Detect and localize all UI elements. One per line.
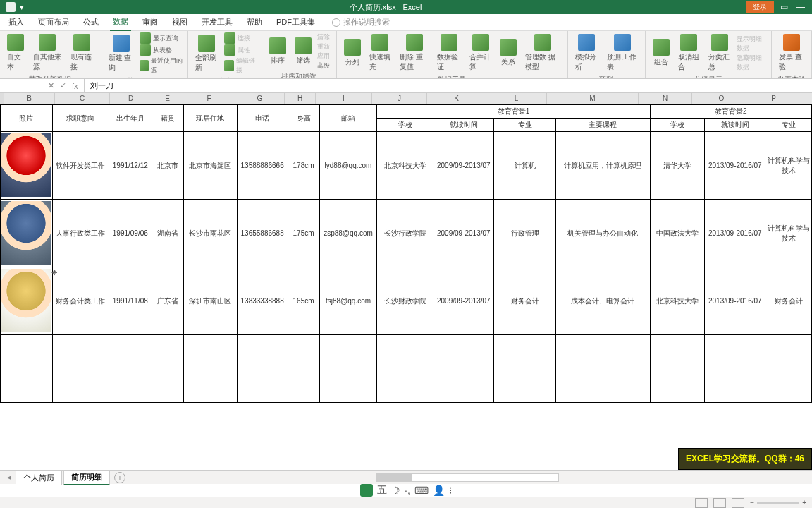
tab-pdf-tools[interactable]: PDF工具集 (273, 14, 318, 30)
data-model-button[interactable]: 管理数 据模型 (522, 32, 562, 73)
invoice-check-button[interactable]: 发票 查验 (776, 32, 807, 73)
cell-e1-courses[interactable]: 计算机应用，计算机原理 (556, 132, 650, 200)
th-height[interactable]: 身高 (288, 105, 319, 132)
cell-e2-major[interactable]: 财务会计 (765, 267, 812, 335)
cell-e2-school[interactable]: 中国政法大学 (650, 200, 705, 267)
tab-insert[interactable]: 插入 (6, 14, 27, 30)
th-photo[interactable]: 照片 (1, 105, 53, 132)
cell-e1-major[interactable]: 计算机 (494, 132, 556, 200)
login-button[interactable]: 登录 (746, 1, 774, 13)
col-header[interactable]: P (751, 93, 796, 104)
cell-birth[interactable]: 1991/12/12 (109, 132, 152, 200)
existing-conn-button[interactable]: 现有连接 (68, 32, 97, 73)
col-header[interactable]: C (55, 93, 110, 104)
cell-e2-period[interactable]: 2013/09-2016/07 (705, 132, 765, 200)
cell-birth[interactable]: 1991/11/08 (109, 267, 152, 335)
th-major[interactable]: 专业 (494, 119, 556, 132)
cancel-icon[interactable]: ✕ (48, 81, 54, 90)
advanced-button[interactable]: 高级 (317, 61, 332, 71)
table-row[interactable]: 人事行政类工作 1991/09/06 湖南省 长沙市雨花区 1365588668… (1, 200, 812, 267)
tab-help[interactable]: 帮助 (244, 14, 265, 30)
cell-addr[interactable]: 北京市海淀区 (184, 132, 238, 200)
formula-input[interactable]: 刘一刀 (85, 80, 812, 91)
th-email[interactable]: 邮箱 (319, 105, 377, 132)
table-row[interactable]: 软件开发类工作 1991/12/12 北京市 北京市海淀区 1358888666… (1, 132, 812, 200)
th-edu1[interactable]: 教育背景1 (377, 105, 650, 119)
show-queries-button[interactable]: 显示查询 (140, 32, 183, 44)
new-query-button[interactable]: 新建 查询 (106, 33, 137, 74)
cell-e1-period[interactable]: 2009/09-2013/07 (433, 200, 494, 267)
normal-view-icon[interactable] (695, 498, 708, 508)
cell-job[interactable]: 软件开发类工作 (52, 132, 109, 200)
recent-sources-button[interactable]: 最近使用的源 (140, 56, 183, 75)
th-edu2[interactable]: 教育背景2 (650, 105, 812, 119)
th-period[interactable]: 就读时间 (433, 119, 494, 132)
col-header[interactable]: F (183, 93, 235, 104)
cell-photo[interactable] (1, 200, 53, 267)
tab-formulas[interactable]: 公式 (80, 14, 102, 30)
sort-button[interactable]: 排序 (266, 36, 289, 67)
col-header[interactable]: H (285, 93, 316, 104)
cell-e1-courses[interactable]: 成本会计、电算会计 (556, 267, 650, 335)
th-addr[interactable]: 现居住地 (184, 105, 238, 132)
col-header[interactable]: O (692, 93, 751, 104)
cell-job[interactable]: 人事行政类工作 (52, 200, 109, 267)
cell-height[interactable]: 175cm (288, 200, 319, 267)
th-job[interactable]: 求职意向 (52, 105, 109, 132)
cell-e1-courses[interactable]: 机关管理与办公自动化 (556, 200, 650, 267)
zoom-in-button[interactable]: + (802, 499, 806, 507)
cell-e1-period[interactable]: 2009/09-2013/07 (433, 132, 494, 200)
add-sheet-button[interactable]: + (114, 472, 125, 483)
zoom-slider[interactable] (757, 502, 799, 504)
col-header[interactable]: D (110, 93, 152, 104)
cell-addr[interactable]: 长沙市雨花区 (184, 200, 238, 267)
cell-email[interactable]: lyd88@qq.com (319, 132, 377, 200)
tab-developer[interactable]: 开发工具 (199, 14, 235, 30)
cell-job[interactable]: 财务会计类工作 (52, 267, 109, 335)
cell-e2-major[interactable]: 计算机科学与技术 (765, 132, 812, 200)
th-major2[interactable]: 专业 (765, 119, 812, 132)
cell-birth[interactable]: 1991/09/06 (109, 200, 152, 267)
th-period2[interactable]: 就读时间 (705, 119, 765, 132)
cell-email[interactable]: zsp88@qq.com (319, 200, 377, 267)
tab-view[interactable]: 视图 (169, 14, 190, 30)
remove-dup-button[interactable]: 删除 重复值 (397, 32, 431, 73)
cell-photo[interactable] (1, 267, 53, 335)
tab-review[interactable]: 审阅 (140, 14, 161, 30)
text-to-columns-button[interactable]: 分列 (341, 37, 364, 68)
table-row[interactable] (1, 335, 812, 403)
cell-origin[interactable]: 广东省 (152, 267, 184, 335)
tab-data[interactable]: 数据 (110, 13, 131, 31)
whatif-button[interactable]: 模拟分析 (572, 32, 601, 73)
data-validation-button[interactable]: 数据验 证 (434, 32, 464, 73)
from-table-button[interactable]: 从表格 (140, 44, 183, 56)
cell-email[interactable]: tsj88@qq.com (319, 267, 377, 335)
qat-dropdown-icon[interactable]: ▾ (20, 3, 24, 12)
horizontal-scrollbar[interactable] (127, 473, 808, 482)
th-phone[interactable]: 电话 (237, 105, 288, 132)
th-school2[interactable]: 学校 (650, 119, 705, 132)
relationships-button[interactable]: 关系 (497, 37, 519, 68)
ime-crescent-icon[interactable]: ☽ (391, 485, 400, 496)
col-header[interactable]: J (372, 93, 427, 104)
data-table[interactable]: 照片 求职意向 出生年月 籍贯 现居住地 电话 身高 邮箱 教育背景1 教育背景… (0, 104, 812, 403)
cell-e2-school[interactable]: 清华大学 (650, 132, 705, 200)
th-courses[interactable]: 主要课程 (556, 119, 650, 132)
cell-photo[interactable] (1, 132, 53, 200)
cell-e1-major[interactable]: 行政管理 (494, 200, 556, 267)
cell-e2-period[interactable]: 2013/09-2016/07 (705, 200, 765, 267)
cell-origin[interactable]: 北京市 (152, 132, 184, 200)
page-layout-view-icon[interactable] (713, 498, 726, 508)
cell-phone[interactable]: 13833338888 (237, 267, 288, 335)
ungroup-button[interactable]: 取消组合 (675, 32, 703, 73)
col-header[interactable]: G (235, 93, 285, 104)
cell-e1-major[interactable]: 财务会计 (494, 267, 556, 335)
fx-icon[interactable]: fx (72, 82, 78, 90)
col-header[interactable]: I (316, 93, 372, 104)
group-button[interactable]: 组合 (650, 37, 672, 68)
th-birth[interactable]: 出生年月 (109, 105, 152, 132)
col-header[interactable]: K (427, 93, 486, 104)
cell-e1-school[interactable]: 北京科技大学 (377, 132, 433, 200)
ime-logo-icon[interactable] (360, 484, 373, 497)
cell-e1-school[interactable]: 长沙财政学院 (377, 267, 433, 335)
